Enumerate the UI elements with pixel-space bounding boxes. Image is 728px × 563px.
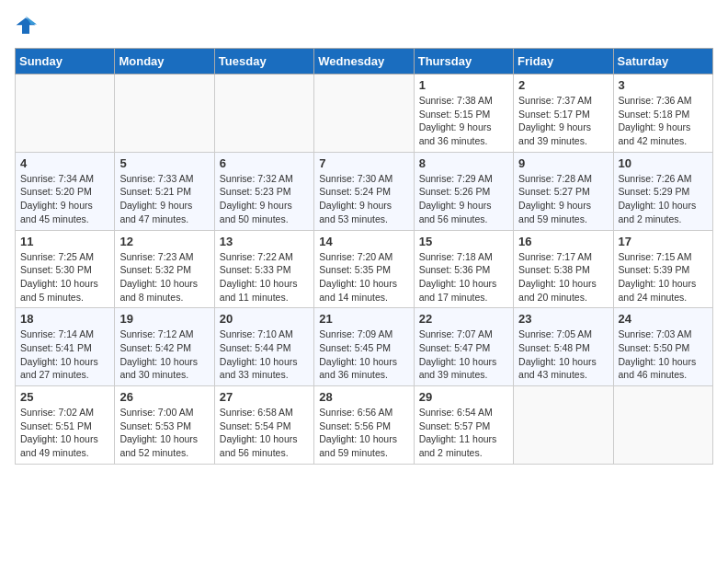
day-info: Sunrise: 7:22 AM Sunset: 5:33 PM Dayligh…: [220, 250, 309, 304]
calendar-cell: 1Sunrise: 7:38 AM Sunset: 5:15 PM Daylig…: [414, 75, 513, 153]
day-number: 18: [20, 312, 109, 326]
calendar-cell: 16Sunrise: 7:17 AM Sunset: 5:38 PM Dayli…: [514, 230, 613, 308]
day-number: 9: [518, 156, 608, 170]
svg-marker-0: [17, 17, 36, 34]
weekday-header-saturday: Saturday: [613, 49, 712, 75]
calendar-cell: 2Sunrise: 7:37 AM Sunset: 5:17 PM Daylig…: [514, 75, 613, 153]
calendar-table: SundayMondayTuesdayWednesdayThursdayFrid…: [15, 48, 713, 465]
calendar-cell: 24Sunrise: 7:03 AM Sunset: 5:50 PM Dayli…: [613, 308, 712, 386]
calendar-cell: 23Sunrise: 7:05 AM Sunset: 5:48 PM Dayli…: [514, 308, 613, 386]
calendar-cell: 19Sunrise: 7:12 AM Sunset: 5:42 PM Dayli…: [115, 308, 214, 386]
calendar-cell: 25Sunrise: 7:02 AM Sunset: 5:51 PM Dayli…: [16, 386, 115, 465]
calendar-cell: 14Sunrise: 7:20 AM Sunset: 5:35 PM Dayli…: [314, 230, 414, 308]
calendar-cell: 12Sunrise: 7:23 AM Sunset: 5:32 PM Dayli…: [115, 230, 214, 308]
day-number: 24: [619, 312, 708, 326]
day-info: Sunrise: 7:12 AM Sunset: 5:42 PM Dayligh…: [119, 327, 209, 382]
day-number: 8: [419, 156, 508, 170]
calendar-cell: 27Sunrise: 6:58 AM Sunset: 5:54 PM Dayli…: [214, 386, 313, 465]
day-number: 17: [619, 235, 708, 248]
day-number: 14: [319, 235, 408, 248]
day-number: 28: [319, 390, 408, 404]
day-info: Sunrise: 7:32 AM Sunset: 5:23 PM Dayligh…: [220, 172, 309, 226]
day-number: 26: [119, 390, 209, 404]
calendar-cell: [514, 386, 613, 465]
day-info: Sunrise: 7:36 AM Sunset: 5:18 PM Dayligh…: [619, 94, 708, 148]
calendar-cell: [314, 75, 414, 153]
day-info: Sunrise: 7:10 AM Sunset: 5:44 PM Dayligh…: [220, 327, 309, 382]
day-number: 2: [518, 78, 608, 92]
day-info: Sunrise: 7:26 AM Sunset: 5:29 PM Dayligh…: [619, 172, 708, 226]
calendar-cell: 7Sunrise: 7:30 AM Sunset: 5:24 PM Daylig…: [314, 152, 414, 230]
weekday-header-friday: Friday: [514, 49, 613, 75]
calendar-week-row: 18Sunrise: 7:14 AM Sunset: 5:41 PM Dayli…: [16, 308, 713, 386]
day-info: Sunrise: 7:38 AM Sunset: 5:15 PM Dayligh…: [419, 94, 508, 148]
day-info: Sunrise: 7:17 AM Sunset: 5:38 PM Dayligh…: [518, 250, 608, 304]
calendar-cell: 4Sunrise: 7:34 AM Sunset: 5:20 PM Daylig…: [16, 152, 115, 230]
day-number: 12: [119, 235, 209, 248]
day-number: 19: [119, 312, 209, 326]
day-number: 1: [419, 78, 508, 92]
day-number: 27: [220, 390, 309, 404]
weekday-header-tuesday: Tuesday: [214, 49, 313, 75]
day-info: Sunrise: 7:30 AM Sunset: 5:24 PM Dayligh…: [319, 172, 408, 226]
day-number: 21: [319, 312, 408, 326]
weekday-header-monday: Monday: [115, 49, 214, 75]
day-info: Sunrise: 7:29 AM Sunset: 5:26 PM Dayligh…: [419, 172, 508, 226]
calendar-cell: 11Sunrise: 7:25 AM Sunset: 5:30 PM Dayli…: [16, 230, 115, 308]
day-number: 5: [119, 156, 209, 170]
calendar-week-row: 1Sunrise: 7:38 AM Sunset: 5:15 PM Daylig…: [16, 75, 713, 153]
calendar-cell: [613, 386, 712, 465]
weekday-header-sunday: Sunday: [16, 49, 115, 75]
calendar-cell: 20Sunrise: 7:10 AM Sunset: 5:44 PM Dayli…: [214, 308, 313, 386]
day-number: 6: [220, 156, 309, 170]
day-info: Sunrise: 6:54 AM Sunset: 5:57 PM Dayligh…: [419, 406, 508, 460]
calendar-cell: 22Sunrise: 7:07 AM Sunset: 5:47 PM Dayli…: [414, 308, 513, 386]
day-info: Sunrise: 7:03 AM Sunset: 5:50 PM Dayligh…: [619, 327, 708, 382]
weekday-header-row: SundayMondayTuesdayWednesdayThursdayFrid…: [16, 49, 713, 75]
calendar-cell: 26Sunrise: 7:00 AM Sunset: 5:53 PM Dayli…: [115, 386, 214, 465]
calendar-week-row: 11Sunrise: 7:25 AM Sunset: 5:30 PM Dayli…: [16, 230, 713, 308]
day-number: 7: [319, 156, 408, 170]
calendar-cell: 5Sunrise: 7:33 AM Sunset: 5:21 PM Daylig…: [115, 152, 214, 230]
calendar-cell: [16, 75, 115, 153]
day-number: 10: [619, 156, 708, 170]
weekday-header-thursday: Thursday: [414, 49, 513, 75]
calendar-cell: 29Sunrise: 6:54 AM Sunset: 5:57 PM Dayli…: [414, 386, 513, 465]
day-number: 16: [518, 235, 608, 248]
day-info: Sunrise: 7:34 AM Sunset: 5:20 PM Dayligh…: [20, 172, 109, 226]
day-info: Sunrise: 7:18 AM Sunset: 5:36 PM Dayligh…: [419, 250, 508, 304]
day-info: Sunrise: 7:00 AM Sunset: 5:53 PM Dayligh…: [119, 406, 209, 460]
day-info: Sunrise: 7:09 AM Sunset: 5:45 PM Dayligh…: [319, 327, 408, 382]
calendar-cell: 18Sunrise: 7:14 AM Sunset: 5:41 PM Dayli…: [16, 308, 115, 386]
logo: [15, 15, 40, 37]
calendar-cell: [214, 75, 313, 153]
calendar-cell: 8Sunrise: 7:29 AM Sunset: 5:26 PM Daylig…: [414, 152, 513, 230]
day-info: Sunrise: 7:02 AM Sunset: 5:51 PM Dayligh…: [20, 406, 109, 460]
weekday-header-wednesday: Wednesday: [314, 49, 414, 75]
day-info: Sunrise: 7:33 AM Sunset: 5:21 PM Dayligh…: [119, 172, 209, 226]
calendar-week-row: 25Sunrise: 7:02 AM Sunset: 5:51 PM Dayli…: [16, 386, 713, 465]
day-number: 29: [419, 390, 508, 404]
day-number: 25: [20, 390, 109, 404]
logo-icon: [15, 15, 37, 37]
day-info: Sunrise: 7:05 AM Sunset: 5:48 PM Dayligh…: [518, 327, 608, 382]
calendar-cell: 17Sunrise: 7:15 AM Sunset: 5:39 PM Dayli…: [613, 230, 712, 308]
day-info: Sunrise: 7:23 AM Sunset: 5:32 PM Dayligh…: [119, 250, 209, 304]
calendar-week-row: 4Sunrise: 7:34 AM Sunset: 5:20 PM Daylig…: [16, 152, 713, 230]
calendar-cell: 10Sunrise: 7:26 AM Sunset: 5:29 PM Dayli…: [613, 152, 712, 230]
day-number: 23: [518, 312, 608, 326]
calendar-cell: 3Sunrise: 7:36 AM Sunset: 5:18 PM Daylig…: [613, 75, 712, 153]
calendar-cell: 6Sunrise: 7:32 AM Sunset: 5:23 PM Daylig…: [214, 152, 313, 230]
day-number: 20: [220, 312, 309, 326]
day-number: 11: [20, 235, 109, 248]
calendar-cell: 9Sunrise: 7:28 AM Sunset: 5:27 PM Daylig…: [514, 152, 613, 230]
calendar-cell: 28Sunrise: 6:56 AM Sunset: 5:56 PM Dayli…: [314, 386, 414, 465]
day-info: Sunrise: 7:14 AM Sunset: 5:41 PM Dayligh…: [20, 327, 109, 382]
calendar-cell: 13Sunrise: 7:22 AM Sunset: 5:33 PM Dayli…: [214, 230, 313, 308]
calendar-cell: [115, 75, 214, 153]
day-info: Sunrise: 7:37 AM Sunset: 5:17 PM Dayligh…: [518, 94, 608, 148]
calendar-cell: 21Sunrise: 7:09 AM Sunset: 5:45 PM Dayli…: [314, 308, 414, 386]
day-info: Sunrise: 7:07 AM Sunset: 5:47 PM Dayligh…: [419, 327, 508, 382]
day-info: Sunrise: 7:20 AM Sunset: 5:35 PM Dayligh…: [319, 250, 408, 304]
day-info: Sunrise: 7:15 AM Sunset: 5:39 PM Dayligh…: [619, 250, 708, 304]
